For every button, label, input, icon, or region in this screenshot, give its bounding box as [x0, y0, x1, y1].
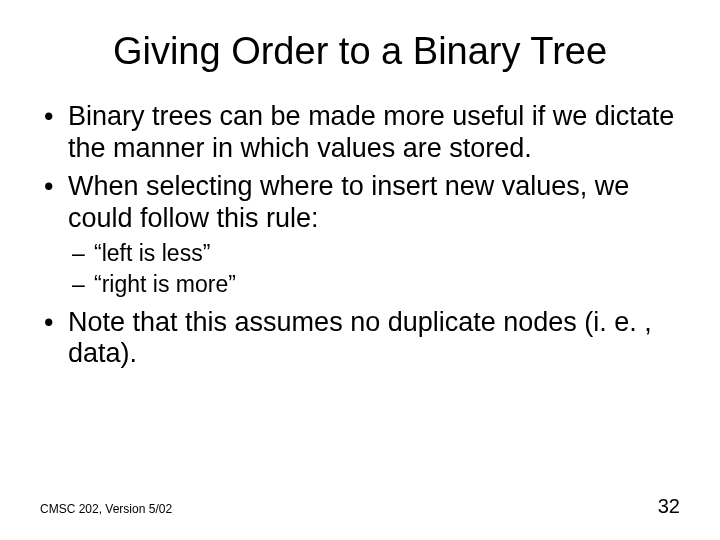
sub-item: “left is less” — [68, 238, 680, 269]
bullet-list: Binary trees can be made more useful if … — [40, 101, 680, 370]
bullet-item: When selecting where to insert new value… — [40, 171, 680, 301]
footer-left: CMSC 202, Version 5/02 — [40, 502, 172, 516]
sub-list: “left is less” “right is more” — [68, 238, 680, 300]
bullet-item: Binary trees can be made more useful if … — [40, 101, 680, 165]
bullet-item: Note that this assumes no duplicate node… — [40, 307, 680, 371]
footer: CMSC 202, Version 5/02 32 — [40, 495, 680, 518]
sub-item: “right is more” — [68, 269, 680, 300]
page-number: 32 — [658, 495, 680, 518]
slide: Giving Order to a Binary Tree Binary tre… — [0, 0, 720, 540]
slide-title: Giving Order to a Binary Tree — [40, 30, 680, 73]
bullet-text: When selecting where to insert new value… — [68, 171, 629, 233]
